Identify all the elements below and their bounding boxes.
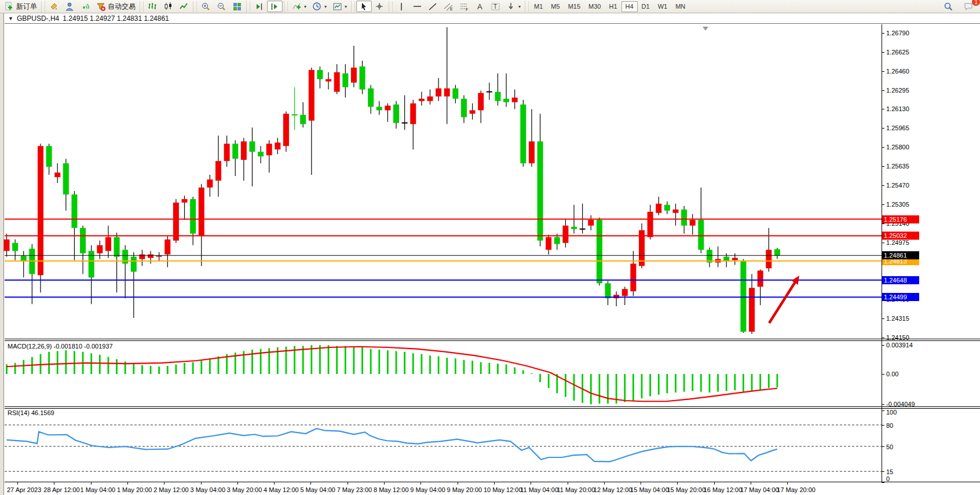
bar-chart-button[interactable] xyxy=(145,1,160,12)
time-axis-label: 17 May 20:00 xyxy=(777,486,816,493)
timeframe-m5-button[interactable]: M5 xyxy=(547,1,564,12)
timeframe-d1-button[interactable]: D1 xyxy=(638,1,654,12)
person-icon xyxy=(65,2,75,12)
time-axis-tick xyxy=(127,482,128,485)
time-axis-label: 7 May 23:00 xyxy=(337,486,372,493)
macd-axis-label: -0.004049 xyxy=(886,401,915,408)
rsi-axis-tick xyxy=(882,482,884,483)
panel-separator[interactable] xyxy=(5,339,980,339)
profile-button[interactable] xyxy=(62,1,78,12)
auto-scroll-button[interactable] xyxy=(251,1,267,12)
line-chart-button[interactable] xyxy=(176,1,192,12)
cursor-button[interactable] xyxy=(356,1,372,12)
chart-window: ▼ GBPUSD-,H4 1.24915 1.24927 1.24831 1.2… xyxy=(0,13,980,495)
time-axis-tick xyxy=(531,482,531,485)
chart-shift-button[interactable] xyxy=(267,1,283,12)
hline-icon xyxy=(412,2,422,12)
chart-titlebar: ▼ GBPUSD-,H4 1.24915 1.24927 1.24831 1.2… xyxy=(5,14,980,24)
signals-button[interactable] xyxy=(78,1,93,12)
timeframe-m30-button[interactable]: M30 xyxy=(584,1,605,12)
toolbar-separator xyxy=(351,1,355,12)
trendline-icon xyxy=(428,2,438,12)
time-axis-tick xyxy=(714,482,715,485)
price-axis-tick xyxy=(882,90,884,91)
time-axis-label: 1 May 04:00 xyxy=(81,486,116,493)
time-axis-tick xyxy=(420,482,421,485)
autotrading-button-label: 自动交易 xyxy=(108,2,136,12)
candles-icon xyxy=(163,2,173,12)
styler-button[interactable] xyxy=(46,1,62,12)
dropdown-caret-icon[interactable]: ▾ xyxy=(304,4,306,9)
zoom-out-button[interactable] xyxy=(214,1,229,12)
resistance-line-1-price-badge: 1.25176 xyxy=(882,215,919,223)
panel-separator xyxy=(5,340,980,341)
resistance-line-2-price-badge: 1.25032 xyxy=(882,232,919,240)
indicators-button[interactable]: ▾ xyxy=(289,1,309,12)
hline-tool-button[interactable] xyxy=(409,1,425,12)
time-axis-tick xyxy=(54,482,54,485)
dropdown-caret-icon[interactable]: ▾ xyxy=(518,4,521,9)
linechart-icon xyxy=(179,2,189,12)
timeframe-m1-button[interactable]: M1 xyxy=(530,1,547,12)
price-axis-tick xyxy=(882,166,884,167)
time-axis-tick xyxy=(458,482,458,485)
chart-collapse-icon[interactable]: ▼ xyxy=(8,16,13,21)
price-axis-label: 1.25470 xyxy=(886,182,909,189)
toolbar-separator xyxy=(389,1,393,12)
price-chart[interactable] xyxy=(5,25,882,339)
dropdown-caret-icon[interactable]: ▾ xyxy=(345,4,347,9)
arrows-tool-button[interactable]: ▾ xyxy=(503,1,524,12)
toolbar-separator xyxy=(41,1,45,12)
time-axis-label: 17 May 04:00 xyxy=(740,486,779,493)
crosshair-button[interactable] xyxy=(372,1,387,12)
time-axis-tick xyxy=(164,482,164,485)
template-icon xyxy=(332,2,342,12)
text-tool-button[interactable]: A xyxy=(472,1,488,12)
zoom-in-icon xyxy=(201,2,211,12)
candle-chart-button[interactable] xyxy=(160,1,176,12)
search-button[interactable] xyxy=(941,1,956,12)
periods-button[interactable]: ▾ xyxy=(309,1,330,12)
time-axis-label: 15 May 04:00 xyxy=(630,486,669,493)
time-axis-tick xyxy=(384,482,385,485)
new-order-button[interactable]: 新订单 xyxy=(2,1,40,12)
time-axis-tick xyxy=(348,482,348,485)
doc-plus-icon xyxy=(5,2,14,12)
panel-separator[interactable] xyxy=(5,406,980,407)
channel-tool-button[interactable]: E xyxy=(441,1,456,12)
chat-button[interactable]: 1 xyxy=(961,1,977,12)
price-axis-label: 1.24150 xyxy=(886,334,909,341)
trend-arrow-annotation[interactable] xyxy=(769,276,799,323)
time-axis-tick xyxy=(91,482,92,485)
templates-button[interactable]: ▾ xyxy=(330,1,350,12)
price-axis-label: 1.26790 xyxy=(886,30,909,36)
rsi-axis-label: 50 xyxy=(886,443,893,450)
trendline-tool-button[interactable] xyxy=(425,1,441,12)
price-axis-tick xyxy=(882,204,884,205)
timeframe-mn-button[interactable]: MN xyxy=(671,1,689,12)
time-axis-label: 9 May 04:00 xyxy=(410,486,445,493)
zoom-in-button[interactable] xyxy=(198,1,214,12)
label-tool-button[interactable]: T xyxy=(488,1,503,12)
vline-tool-button[interactable] xyxy=(394,1,409,12)
timeframe-h4-button[interactable]: H4 xyxy=(621,1,638,12)
time-axis-tick xyxy=(201,482,202,485)
price-axis-label: 1.26625 xyxy=(886,49,909,56)
svg-text:A: A xyxy=(477,2,482,11)
chart-symbol-period: GBPUSD-,H4 xyxy=(17,14,59,23)
dropdown-caret-icon[interactable]: ▾ xyxy=(324,4,327,9)
timeframe-h1-button[interactable]: H1 xyxy=(605,1,621,12)
crosshair-icon xyxy=(375,2,385,12)
timeframe-m15-button[interactable]: M15 xyxy=(564,1,584,12)
autotrading-button[interactable]: 自动交易 xyxy=(93,1,138,12)
price-axis-tick xyxy=(882,223,884,224)
zoom-out-icon xyxy=(217,2,226,12)
fibonacci-tool-button[interactable]: F xyxy=(456,1,472,12)
macd-axis-label: 0.003914 xyxy=(886,342,913,349)
rsi-indicator-label: RSI(14) 46.1569 xyxy=(8,409,54,416)
autoscroll-icon xyxy=(254,2,264,12)
price-axis-label: 1.25305 xyxy=(886,201,909,208)
time-axis-tick xyxy=(17,482,18,485)
timeframe-w1-button[interactable]: W1 xyxy=(654,1,672,12)
tile-windows-button[interactable] xyxy=(229,1,245,12)
